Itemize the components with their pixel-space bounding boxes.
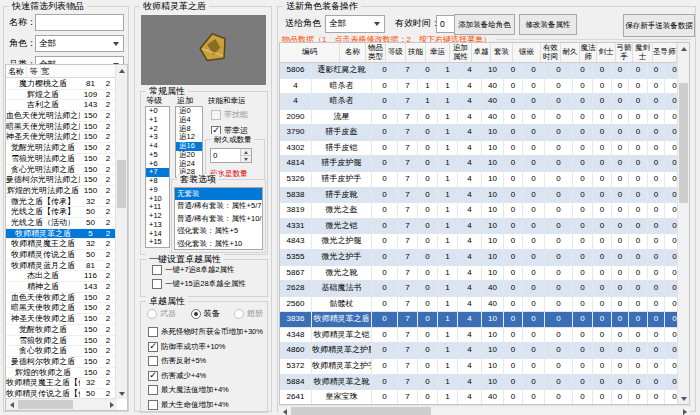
equip-row[interactable]: 2641 皇家宝珠 0 7 0 1 4 40 0 0 0 0 0 0 [280, 390, 685, 405]
scrollbar-thumb[interactable] [679, 83, 688, 203]
item-row[interactable]: 辉煌的牧师之盾 150 2 [6, 368, 116, 379]
add-equip-button[interactable]: 添加装备给角色 [454, 14, 515, 35]
give-role-dropdown[interactable]: 全部 [325, 15, 385, 33]
equip-row[interactable]: 5838 猎手皮靴 0 7 0 1 4 10 0 0 0 0 0 0 [280, 188, 685, 204]
addon-listbox[interactable]: 追0追4追8追12追16追20追24追28 [175, 106, 203, 178]
durability-stepper[interactable]: 0 [210, 148, 252, 163]
scroll-up-icon[interactable] [116, 65, 127, 76]
column-header[interactable]: 剑士 [597, 43, 616, 62]
level-option[interactable]: +5 [146, 151, 169, 160]
scroll-down-icon[interactable] [116, 388, 127, 399]
column-header[interactable]: 名称 [6, 65, 27, 77]
left-grid-horizontal-scrollbar[interactable] [6, 398, 117, 410]
skill-luck-checkbox[interactable]: 带技能 [211, 109, 248, 120]
equip-row[interactable]: 3819 微光之盔 0 7 0 1 4 10 0 0 0 0 0 0 [280, 203, 685, 219]
item-row[interactable]: 牧师精灵革之盾 5 2 [6, 229, 116, 240]
role-filter-dropdown[interactable]: 全部 [35, 35, 124, 52]
equip-row[interactable]: 2628 基础魔法书 0 7 0 1 4 40 0 0 0 0 0 0 [280, 281, 685, 297]
column-header[interactable]: 弓箭手 [616, 43, 633, 62]
column-header[interactable]: 有效时间 [541, 43, 561, 62]
item-row[interactable]: 微光之盾【传承】 32 2 [6, 197, 116, 208]
item-row[interactable]: 觉醒光明法师之盾 150 2 [6, 143, 116, 154]
scroll-right-icon[interactable] [106, 399, 117, 410]
equip-row[interactable]: 4 暗杀者 0 7 1 1 4 40 0 0 0 0 0 0 0 [280, 94, 685, 110]
column-header[interactable]: 魔法师 [580, 43, 597, 62]
left-grid-vertical-scrollbar[interactable] [115, 65, 127, 399]
onekey-checkbox[interactable]: 一键+7追8卓越2属性 [152, 265, 246, 275]
set-option[interactable]: 无套装 [175, 188, 262, 200]
equip-row[interactable]: 5884 牧师精灵革之靴 0 7 0 1 4 10 0 0 0 0 0 0 [280, 375, 685, 391]
name-filter-input[interactable] [35, 14, 124, 31]
level-option[interactable]: +9 [146, 186, 169, 195]
equip-row[interactable]: 4843 微光之护腿 0 7 0 1 4 10 0 0 0 0 0 0 [280, 234, 685, 250]
equip-row[interactable]: 2090 流星 0 7 0 1 4 40 0 0 0 0 0 0 [280, 110, 685, 126]
addon-option[interactable]: 追16 [176, 142, 202, 151]
item-row[interactable]: 暗黑天使牧师之盾 150 2 [6, 303, 116, 314]
item-row[interactable]: 牧师精灵魔王之盾 32 2 [6, 239, 116, 250]
scrollbar-thumb[interactable] [291, 407, 431, 415]
column-header[interactable]: 耐久 [561, 43, 580, 62]
scrollbar-thumb[interactable] [117, 160, 126, 208]
item-row[interactable]: 杰出之盾 116 2 [6, 271, 116, 282]
scrollbar-thumb[interactable] [18, 400, 73, 409]
item-row[interactable]: 光线之盾（活动） 50 2 [6, 218, 116, 229]
item-row[interactable]: 血色天使光明法师之盾 150 2 [6, 111, 116, 122]
column-header[interactable]: 套装 [491, 43, 513, 62]
level-option[interactable]: +8 [146, 177, 169, 186]
level-option[interactable]: +12 [146, 212, 169, 221]
addon-option[interactable]: 追12 [176, 133, 202, 142]
column-header[interactable]: 追加属性 [450, 43, 472, 62]
level-option[interactable]: +15 [146, 238, 169, 247]
excellent-option-checkbox[interactable]: 最大魔法值增加+4% [148, 385, 263, 395]
addon-option[interactable]: 追20 [176, 151, 202, 160]
level-option[interactable]: +6 [146, 160, 169, 169]
level-option[interactable]: +14 [146, 230, 169, 239]
equip-row[interactable]: 4302 猎手皮铠 0 7 0 1 4 10 0 0 0 0 0 0 [280, 141, 685, 157]
equip-row[interactable]: 4348 牧师精灵革之铠 0 7 0 1 4 10 0 0 0 0 0 0 [280, 328, 685, 344]
set-option[interactable]: 强化套装：属性+10 [175, 238, 262, 250]
item-row[interactable]: 牧师精灵传说之盾 50 2 [6, 250, 116, 261]
item-row[interactable]: 吉利之盾 143 2 [6, 100, 116, 111]
level-option[interactable]: +11 [146, 203, 169, 212]
item-row[interactable]: 辉煌之盾 109 2 [6, 90, 116, 101]
equip-row[interactable]: 4860 牧师精灵革之护腿 0 7 0 1 4 10 0 0 0 0 0 0 [280, 343, 685, 359]
set-option[interactable]: 普通/稀有套装：属性+5/7 [175, 200, 262, 212]
level-option[interactable]: +1 [146, 116, 169, 125]
addon-option[interactable]: 追0 [176, 107, 202, 116]
level-option[interactable]: +0 [146, 107, 169, 116]
equip-row[interactable]: 4331 微光之铠 0 7 0 1 4 10 0 0 0 0 0 0 [280, 219, 685, 235]
item-row[interactable]: 曼德柯尔牧师之盾 150 2 [6, 357, 116, 368]
addon-option[interactable]: 追4 [176, 116, 202, 125]
excellent-category-radio[interactable]: 翅膀 [234, 308, 263, 319]
level-listbox[interactable]: +0+1+2+3+4+5+6+7+8+9+10+11+12+13+14+15 [145, 106, 170, 248]
column-header[interactable]: 物品类型 [366, 43, 386, 62]
scroll-left-icon[interactable] [279, 406, 290, 415]
equip-row[interactable]: 3790 猎手皮盔 0 7 0 1 4 10 0 0 0 0 0 0 [280, 125, 685, 141]
item-row[interactable]: 神圣天使牧师之盾 150 2 [6, 314, 116, 325]
onekey-checkbox[interactable]: 一键+15追28卓越全属性 [152, 279, 246, 289]
modify-equip-button[interactable]: 修改装备属性 [519, 14, 577, 35]
equip-row[interactable]: 5355 微光之护手 0 7 0 1 4 10 0 0 0 0 0 0 [280, 250, 685, 266]
scroll-left-icon[interactable] [6, 399, 17, 410]
equip-row[interactable]: 5806 逐影红翼之靴 0 7 0 1 4 10 0 0 0 0 0 0 [280, 63, 685, 79]
addon-option[interactable]: 追24 [176, 160, 202, 169]
addon-option[interactable]: 追8 [176, 125, 202, 134]
excellent-option-checkbox[interactable]: 伤害反射+5% [148, 356, 263, 366]
scroll-down-icon[interactable] [678, 393, 689, 404]
equip-row[interactable]: 2560 骷髅杖 0 7 0 1 4 40 0 0 0 0 0 0 [280, 297, 685, 313]
equip-row[interactable]: 3836 牧师精灵革之盾 0 7 0 1 4 10 0 0 0 0 0 0 [280, 312, 685, 328]
column-header[interactable]: 圣导师 [653, 43, 677, 62]
column-header[interactable]: 技能 [406, 43, 426, 62]
set-option[interactable]: 普通/稀有套装：属性+10/15 [175, 213, 262, 225]
excellent-option-checkbox[interactable]: 杀死怪物时所获金币增加+30% [148, 327, 263, 337]
column-header[interactable]: 魔剑士 [633, 43, 653, 62]
stepper-up-icon[interactable] [241, 149, 251, 156]
equip-row[interactable]: 5867 微光之靴 0 7 0 1 4 10 0 0 0 0 0 0 [280, 266, 685, 282]
item-row[interactable]: 牧师精灵魔王之盾【传承】 32 2 [6, 378, 116, 389]
excellent-category-radio[interactable]: 武器 [147, 308, 176, 319]
item-row[interactable]: 牧师精灵蓝月之盾 81 2 [6, 261, 116, 272]
item-row[interactable]: 贪心牧师之盾 150 2 [6, 346, 116, 357]
column-header[interactable]: 编码 [280, 43, 340, 62]
item-row[interactable]: 贪心光明法师之盾 150 2 [6, 165, 116, 176]
item-row[interactable]: 雪狼牧师之盾 150 2 [6, 336, 116, 347]
